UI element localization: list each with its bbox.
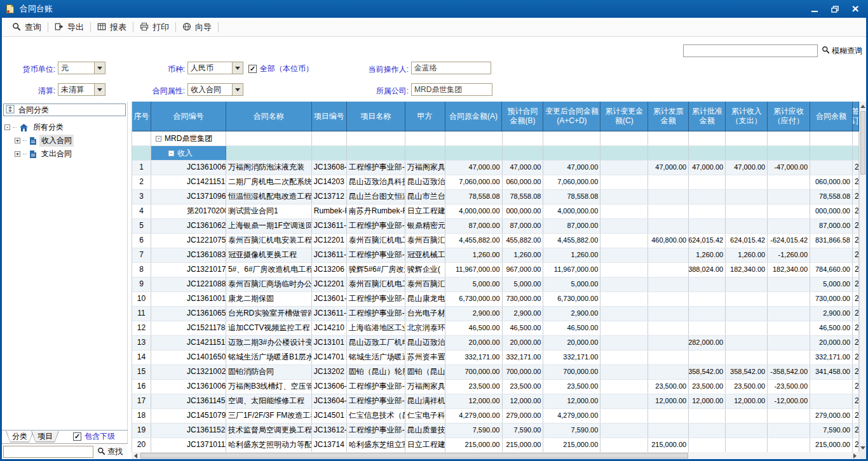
scroll-down-icon[interactable] — [860, 443, 866, 452]
cell-amount-a[interactable]: 12,000.00 — [445, 394, 503, 408]
cell-cum-receivable[interactable]: -12,000.00 — [768, 394, 810, 408]
cell-amount-acd[interactable]: 1,260.00 — [543, 248, 600, 262]
column-header-amount-a[interactable]: 合同原金额(A) — [445, 102, 503, 131]
cell-project-name[interactable]: 固铂（昆山）轮胎 — [347, 365, 405, 379]
cell-seq[interactable]: 10 — [132, 292, 151, 306]
cell-amount-b[interactable]: 215,000.00 — [503, 438, 544, 452]
cell-contract-name[interactable] — [226, 131, 312, 145]
cell-cum-receivable[interactable] — [768, 351, 810, 364]
cell-party-a[interactable]: 仁宝电子科 — [405, 409, 445, 423]
cell-seq[interactable]: 2 — [132, 175, 151, 189]
cell-extra[interactable]: 2 — [853, 351, 859, 364]
contract-attr-select[interactable]: 收入合同 — [187, 83, 243, 96]
cell-project-name[interactable]: 南苏丹Rumbek-Ra — [347, 204, 405, 218]
cell-cum-income[interactable] — [726, 219, 768, 233]
cell-contract-name[interactable]: 上海银鼎一期1F空调送回 — [226, 219, 312, 233]
cell-party-a[interactable]: 昆山康龙电 — [405, 292, 445, 306]
cell-contract-name[interactable]: 5#、6#厂房改造机电工程 — [226, 263, 312, 277]
cell-seq[interactable]: 3 — [132, 190, 151, 204]
table-row[interactable]: -收入 — [132, 146, 859, 161]
cell-contract-no[interactable]: -收入 — [151, 146, 226, 160]
cell-cum-receivable[interactable]: 182,340.00 — [768, 263, 810, 277]
cell-balance[interactable] — [810, 161, 853, 175]
cell-contract-no[interactable]: JC13610060 — [151, 380, 226, 394]
cell-cum-invoice[interactable] — [648, 219, 689, 233]
cell-cum-change[interactable] — [600, 146, 648, 160]
cell-extra[interactable]: 2 — [853, 409, 859, 423]
cell-cum-invoice[interactable]: 215,000.00 — [648, 438, 689, 452]
cell-cum-approved[interactable]: 282,000.00 — [689, 336, 726, 350]
cell-project-no[interactable]: JC13606-5 — [312, 380, 347, 394]
cell-project-name[interactable] — [347, 131, 405, 145]
cell-amount-a[interactable]: 4,000,000.00 — [445, 204, 503, 218]
cell-cum-invoice[interactable] — [648, 277, 689, 291]
find-button[interactable]: 查找 — [97, 446, 123, 458]
cell-seq[interactable]: 5 — [132, 219, 151, 233]
cell-contract-no[interactable]: JC14211510 — [151, 336, 226, 350]
cell-seq[interactable]: 6 — [132, 234, 151, 248]
table-row[interactable]: 19JC13611520技术监督局空调更换工程JC13612-5工程维护事业部-… — [132, 424, 859, 438]
table-row[interactable]: 8JC132101705#、6#厂房改造机电工程JC13206骏辉5#6#厂房改… — [132, 263, 859, 277]
cell-amount-acd[interactable]: 20,000.00 — [543, 336, 600, 350]
cell-balance[interactable] — [810, 394, 853, 408]
cell-party-a[interactable]: 苏州资丰置 — [405, 351, 445, 364]
table-row[interactable]: 18JC14510790三厂1F/2F/3F FM改造工程JC14501仁宝信息… — [132, 409, 859, 424]
cell-cum-approved[interactable] — [689, 307, 726, 321]
cell-amount-acd[interactable]: 11,967,000.00 — [543, 263, 600, 277]
cell-contract-name[interactable]: 迈致二期3#办公楼设计变 — [226, 336, 312, 350]
cell-seq[interactable]: 9 — [132, 277, 151, 291]
cell-project-no[interactable]: JC12201 — [312, 277, 347, 291]
cell-project-no[interactable]: JC13611-5 — [312, 248, 347, 262]
cell-cum-invoice[interactable] — [648, 248, 689, 262]
cell-contract-no[interactable]: JC13610060 — [151, 161, 226, 175]
cell-amount-a[interactable]: 215,000.00 — [445, 438, 503, 452]
cell-project-name[interactable]: 昆山迈致工厂机电 — [347, 336, 405, 350]
table-row[interactable]: 13JC14211510迈致二期3#办公楼设计变JC13101昆山迈致工厂机电昆… — [132, 336, 859, 351]
cell-contract-no[interactable]: JC15211781 — [151, 321, 226, 335]
settle-select[interactable]: 未清算 — [58, 83, 105, 96]
cell-extra[interactable]: 2 — [853, 234, 859, 248]
toolbar-button-export[interactable]: 导出 — [50, 20, 89, 34]
cell-cum-approved[interactable] — [689, 321, 726, 335]
cell-extra[interactable]: 2 — [853, 365, 859, 379]
cell-contract-name[interactable]: 万福阁消防泡沫液充装 — [226, 161, 312, 175]
cell-balance[interactable] — [810, 146, 853, 160]
scroll-right-icon[interactable] — [851, 452, 859, 459]
cell-balance[interactable]: 78,558.08 — [810, 190, 853, 204]
dropdown-arrow-icon[interactable] — [94, 62, 105, 74]
cell-project-name[interactable]: 工程维护事业部- — [347, 424, 405, 438]
cell-cum-approved[interactable]: 624,015.42 — [689, 234, 726, 248]
cell-cum-invoice[interactable] — [648, 409, 689, 423]
cell-cum-change[interactable] — [600, 175, 648, 189]
column-header-cum-invoice[interactable]: 累计发票金额 — [648, 102, 689, 131]
toolbar-button-report[interactable]: 报表 — [92, 20, 132, 34]
cell-party-a[interactable]: 昆山市兰台 — [405, 190, 445, 204]
cell-extra[interactable]: 2 — [853, 248, 859, 262]
cell-amount-a[interactable]: 700,000.00 — [445, 365, 503, 379]
cell-contract-name[interactable]: 铭城生活广场暖通B1层水 — [226, 351, 312, 364]
cell-party-a[interactable] — [405, 146, 445, 160]
cell-seq[interactable]: 19 — [132, 424, 151, 438]
cell-contract-no[interactable]: 第20170200 — [151, 204, 226, 218]
table-row[interactable]: 16JC13610060万福阁B3线槽灯、空压管JC13606-5工程维护事业部… — [132, 380, 859, 394]
cell-contract-no[interactable]: JC14211510 — [151, 175, 226, 189]
cell-cum-receivable[interactable] — [768, 146, 810, 160]
cell-amount-acd[interactable] — [543, 131, 600, 145]
cell-seq[interactable]: 20 — [132, 438, 151, 452]
column-header-extra[interactable]: 签订 — [853, 102, 859, 131]
cell-cum-income[interactable] — [726, 438, 768, 452]
chevron-double-down-icon[interactable]: » — [855, 46, 865, 51]
cell-project-no[interactable]: JC14203 — [312, 175, 347, 189]
cell-cum-change[interactable] — [600, 321, 648, 335]
table-row[interactable]: 2JC14211510二期厂房机电二次配系统JC14203昆山迈致治具科技昆山迈… — [132, 175, 859, 190]
cell-amount-b[interactable]: 279,000.00 — [503, 409, 544, 423]
column-header-contract-name[interactable]: 合同名称 — [226, 102, 312, 131]
column-header-amount-b[interactable]: 预计合同金额(B) — [502, 102, 543, 131]
cell-amount-a[interactable]: 1,260.00 — [445, 248, 503, 262]
all-base-currency-checkbox[interactable]: ✓ 全部（本位币） — [248, 63, 313, 74]
cell-extra[interactable]: 2 — [853, 438, 859, 452]
cell-cum-receivable[interactable]: -358,542.00 — [768, 365, 810, 379]
cell-cum-income[interactable] — [726, 190, 768, 204]
cell-amount-acd[interactable]: 700,000.00 — [543, 365, 600, 379]
table-row[interactable]: 15JC13210020固铂消防合同JC13202固铂（昆山）轮胎固铂（昆山70… — [132, 365, 859, 380]
